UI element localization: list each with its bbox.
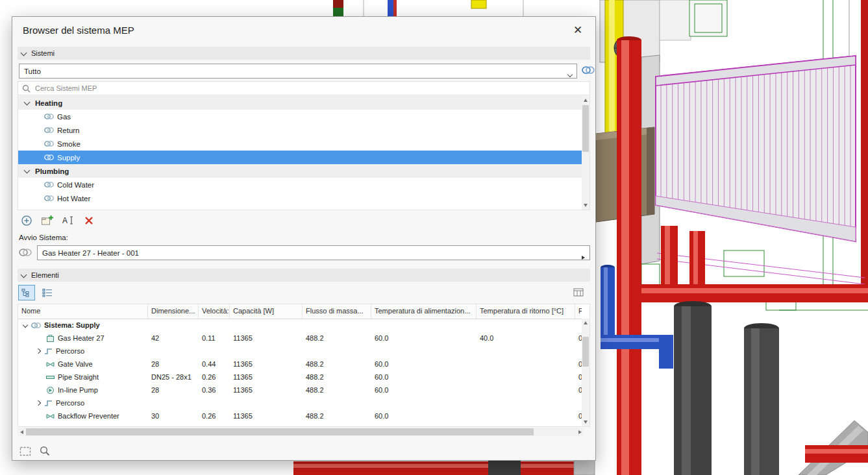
expand-icon[interactable] [36,400,41,406]
grid-cell: 0. G [575,386,582,394]
grid-cell: 0.11 [199,334,230,342]
grid-cell: 0. G [575,334,582,342]
tree-item-hot-water[interactable]: Hot Water [18,191,582,205]
element-row[interactable]: Percorso [18,396,582,409]
element-row[interactable]: Gate Valve280.4411365488.260.00. G [18,358,582,371]
column-header[interactable]: Temperatura di alimentazion... [371,304,477,319]
tree-item-supply[interactable]: Supply [18,151,582,164]
tree-item-return[interactable]: Return [18,123,582,137]
grid-cell: 11365 [230,334,303,342]
system-icon [44,181,54,188]
delete-button[interactable] [81,213,97,228]
grid-cell: 0. G [575,412,582,420]
list-view-button[interactable] [40,286,55,300]
scroll-down-icon[interactable] [582,418,589,426]
system-filter-dropdown[interactable]: Tutto [19,64,577,79]
grid-vscrollbar[interactable] [582,319,589,426]
column-settings-button[interactable] [571,286,586,300]
scrollbar-thumb[interactable] [582,337,589,367]
avvio-selector[interactable]: Gas Heater 27 - Heater - 001 [37,245,590,260]
grid-cell: 0. G [575,373,582,381]
select-region-icon[interactable] [18,444,33,458]
elements-toolbar [19,286,589,301]
tree-item-plumbing[interactable]: Plumbing [18,164,582,178]
grid-cell: 0.44 [199,360,230,368]
search-box[interactable] [18,81,590,95]
grid-cell: 0. G [575,360,582,368]
tree-view-button[interactable] [19,286,34,300]
scroll-right-icon[interactable] [576,428,584,436]
heater-icon [46,334,55,343]
expand-icon[interactable] [36,348,41,354]
dialog-titlebar[interactable]: Browser del sistema MEP ✕ [12,17,595,45]
column-header[interactable]: Capacità [W] [230,304,303,319]
systems-tree: HeatingGasReturnSmokeSupplyPlumbingCold … [18,96,590,210]
avvio-label: Avvio Sistema: [19,234,68,241]
section-header-elementi[interactable]: Elementi [18,269,590,282]
red-riser-pipe [617,36,641,475]
grid-cell: 28 [148,360,199,368]
grid-cell: 488.2 [303,373,371,381]
svg-text:A: A [62,216,68,225]
collapse-icon[interactable] [24,99,31,106]
column-header[interactable]: Temperatura di ritorno [°C] [477,304,575,319]
grid-header: NomeDimensione...Velocità:...Capacità [W… [18,304,582,319]
scroll-left-icon[interactable] [18,428,25,436]
element-row[interactable]: Backflow Preventer300.2611365488.260.00.… [18,409,582,422]
tree-item-heating[interactable]: Heating [18,96,582,110]
system-icon [44,113,54,120]
grid-cell: 488.2 [303,412,371,420]
grid-cell: 42 [148,334,199,342]
section-header-sistemi[interactable]: Sistemi [18,47,590,60]
tree-item-cold-water[interactable]: Cold Water [18,178,582,191]
rename-button[interactable]: A [60,213,76,228]
mep-system-loops-icon[interactable] [581,65,595,77]
column-header[interactable]: Velocità:... [199,304,230,319]
path-icon [44,347,53,356]
tree-item-gas[interactable]: Gas [18,110,582,123]
grid-cell: 488.2 [303,360,371,368]
search-input[interactable] [34,84,589,93]
scroll-up-icon[interactable] [582,96,589,104]
close-button[interactable]: ✕ [571,23,585,38]
column-header[interactable]: Dimensione... [148,304,199,319]
collapse-icon[interactable] [24,167,31,174]
grid-cell: 28 [148,386,199,394]
grid-cell: 11365 [230,386,303,394]
pipe-icon [46,373,55,382]
scrollbar-thumb[interactable] [582,105,589,152]
elements-grid: NomeDimensione...Velocità:...Capacità [W… [18,304,590,427]
scroll-down-icon[interactable] [582,201,589,210]
grid-cell: 0.36 [199,386,230,394]
grid-hscrollbar[interactable] [18,428,584,436]
element-row[interactable]: Sistema: Supply [18,319,582,332]
element-row[interactable]: Gas Heater 27420.1111365488.260.040.00. … [18,332,582,345]
element-row[interactable]: Percorso [18,422,582,426]
element-row[interactable]: In-line Pump280.3611365488.260.00. G [18,384,582,396]
scroll-up-icon[interactable] [582,319,589,327]
zoom-icon[interactable] [37,444,53,458]
new-group-button[interactable] [40,213,55,228]
tree-item-smoke[interactable]: Smoke [18,137,582,151]
tree-toolbar: A [19,213,97,229]
add-system-button[interactable] [19,213,34,228]
collapse-icon[interactable] [23,323,28,328]
search-icon [22,84,31,93]
tree-scrollbar[interactable] [582,96,589,210]
scrollbar-thumb[interactable] [26,428,534,435]
system-icon [44,154,54,161]
element-row[interactable]: Pipe StraightDN25 - 28x10.2611365488.260… [18,371,582,384]
column-header[interactable]: Nome [18,304,148,319]
screenshot-root: Browser del sistema MEP ✕ Sistemi Tutto … [0,0,868,475]
grid-cell: 60.0 [371,386,477,394]
grid-cell: 0.26 [199,412,230,420]
chevron-right-icon [582,250,585,262]
pump-icon [46,386,55,395]
element-row[interactable]: Percorso [18,345,582,358]
grid-cell: 488.2 [303,386,371,394]
column-header[interactable]: Pia [575,304,582,319]
column-header[interactable]: Flusso di massa... [303,304,371,319]
system-icon [44,127,54,134]
grid-cell: 11365 [230,360,303,368]
grid-cell: 11365 [230,412,303,420]
